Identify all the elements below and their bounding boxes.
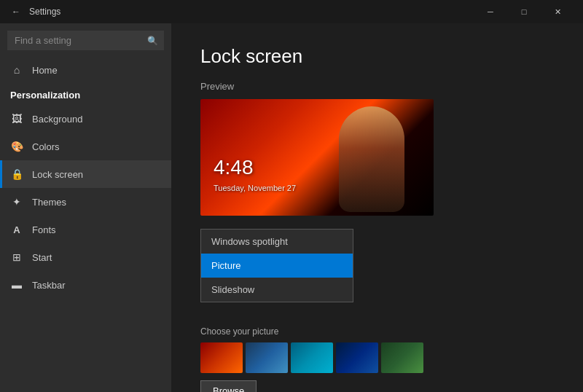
choose-picture-label: Choose your picture xyxy=(200,326,554,337)
sidebar-item-lockscreen-label: Lock screen xyxy=(32,169,83,180)
content-area: Lock screen Preview 4:48 Tuesday, Novemb… xyxy=(171,23,583,392)
dropdown-option-picture[interactable]: Picture xyxy=(201,254,353,278)
titlebar-title: Settings xyxy=(29,7,60,17)
background-dropdown-menu: Windows spotlight Picture Slideshow xyxy=(200,229,353,302)
main-layout: 🔍 ⌂ Home Personalization 🖼 Background 🎨 … xyxy=(0,23,583,392)
preview-figure xyxy=(339,106,404,212)
preview-label: Preview xyxy=(200,81,554,92)
start-icon: ⊞ xyxy=(10,251,23,264)
dropdown-option-slideshow[interactable]: Slideshow xyxy=(201,278,353,302)
search-container: 🔍 xyxy=(7,31,164,50)
sidebar-item-themes[interactable]: ✦ Themes xyxy=(0,188,171,216)
dropdown-option-spotlight[interactable]: Windows spotlight xyxy=(201,230,353,254)
titlebar-controls: ─ □ ✕ xyxy=(474,0,574,23)
themes-icon: ✦ xyxy=(10,195,23,208)
taskbar-icon: ▬ xyxy=(10,278,23,291)
sidebar-item-colors[interactable]: 🎨 Colors xyxy=(0,133,171,160)
background-icon: 🖼 xyxy=(10,112,23,125)
sidebar-item-lockscreen[interactable]: 🔒 Lock screen xyxy=(0,160,171,188)
picture-thumb-4[interactable] xyxy=(336,342,378,373)
lockscreen-icon: 🔒 xyxy=(10,168,23,181)
background-dropdown-section: Windows spotlight Picture Slideshow xyxy=(200,229,554,316)
sidebar-item-colors-label: Colors xyxy=(32,141,60,152)
back-button[interactable]: ← xyxy=(9,4,23,19)
minimize-button[interactable]: ─ xyxy=(474,0,507,23)
picture-thumb-3[interactable] xyxy=(291,342,333,373)
sidebar: 🔍 ⌂ Home Personalization 🖼 Background 🎨 … xyxy=(0,23,171,392)
picture-thumb-1[interactable] xyxy=(200,342,243,373)
home-icon: ⌂ xyxy=(10,63,23,77)
preview-image: 4:48 Tuesday, November 27 xyxy=(200,99,434,216)
sidebar-item-start-label: Start xyxy=(32,252,52,263)
fonts-icon: A xyxy=(10,223,23,236)
page-title: Lock screen xyxy=(200,45,554,68)
picture-thumb-5[interactable] xyxy=(381,342,423,373)
titlebar: ← Settings ─ □ ✕ xyxy=(0,0,583,23)
preview-time: 4:48 xyxy=(214,156,254,179)
close-button[interactable]: ✕ xyxy=(541,0,574,23)
sidebar-item-fonts[interactable]: A Fonts xyxy=(0,216,171,243)
sidebar-item-background[interactable]: 🖼 Background xyxy=(0,105,171,133)
sidebar-item-home-label: Home xyxy=(32,65,58,76)
sidebar-item-fonts-label: Fonts xyxy=(32,224,56,235)
sidebar-item-home[interactable]: ⌂ Home xyxy=(0,56,171,84)
colors-icon: 🎨 xyxy=(10,140,23,153)
sidebar-item-themes-label: Themes xyxy=(32,197,66,208)
sidebar-item-taskbar[interactable]: ▬ Taskbar xyxy=(0,271,171,299)
search-icon: 🔍 xyxy=(147,36,158,46)
back-icon: ← xyxy=(12,7,20,17)
picture-row xyxy=(200,342,554,373)
sidebar-item-taskbar-label: Taskbar xyxy=(32,280,66,291)
search-input[interactable] xyxy=(7,31,164,50)
picture-thumb-2[interactable] xyxy=(246,342,288,373)
maximize-button[interactable]: □ xyxy=(507,0,541,23)
sidebar-item-background-label: Background xyxy=(32,114,82,125)
titlebar-left: ← Settings xyxy=(9,4,60,19)
browse-button[interactable]: Browse xyxy=(200,380,257,392)
preview-date: Tuesday, November 27 xyxy=(214,184,296,192)
sidebar-section-label: Personalization xyxy=(0,84,171,105)
sidebar-item-start[interactable]: ⊞ Start xyxy=(0,243,171,271)
